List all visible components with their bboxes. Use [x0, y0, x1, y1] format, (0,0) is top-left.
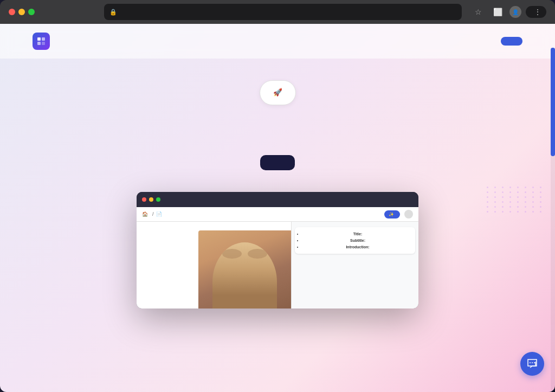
decorative-dot — [540, 211, 541, 213]
decorative-dot — [509, 206, 511, 208]
minimize-button[interactable] — [18, 9, 25, 15]
back-button[interactable] — [43, 4, 59, 20]
bookmark-icon[interactable]: ☆ — [470, 4, 486, 20]
decorative-dot — [532, 187, 534, 188]
preview-chat-bubble: Title: Subtitle: Introduction: — [295, 227, 415, 253]
decorative-dot — [517, 191, 519, 193]
decorative-dots: // Generate dot grid const dotsContainer… — [487, 187, 544, 213]
chat-bullet-3: Introduction: — [303, 245, 412, 250]
decorative-dot — [487, 187, 488, 188]
decorative-dot — [502, 187, 504, 188]
avatar-icon: 👤 — [512, 9, 519, 15]
promo-banner[interactable]: 🚀 — [260, 80, 296, 105]
decorative-dot — [540, 187, 541, 188]
svg-rect-3 — [42, 42, 45, 45]
decorative-dot — [494, 187, 496, 188]
decorative-dot — [509, 187, 511, 188]
maximize-button[interactable] — [28, 9, 35, 15]
decorative-dot — [517, 201, 519, 203]
decorative-dot — [487, 196, 488, 198]
browser-navigation — [43, 4, 95, 20]
decorative-dot — [532, 196, 534, 198]
preview-minimize-dot — [149, 197, 153, 202]
site-navigation — [0, 24, 555, 59]
svg-point-5 — [532, 362, 533, 363]
preview-header-bar: 🏠 / 📄 ✨ — [137, 207, 418, 222]
scrollbar-track — [551, 48, 555, 392]
chrome-update-banner[interactable]: ⋮ — [526, 6, 546, 18]
browser-actions: ☆ ⬜ 👤 ⋮ — [470, 4, 546, 20]
decorative-dot — [540, 206, 541, 208]
decorative-dot — [494, 206, 496, 208]
preview-breadcrumb: 🏠 / 📄 — [142, 211, 164, 217]
decorative-dot — [509, 196, 511, 198]
try-now-button[interactable] — [501, 37, 522, 46]
preview-image — [198, 230, 291, 309]
preview-body: Title: Subtitle: Introduction: — [137, 222, 418, 309]
decorative-dot — [502, 201, 504, 203]
try-free-button[interactable] — [260, 155, 295, 170]
user-profile-icon — [404, 210, 413, 219]
decorative-dot — [540, 191, 541, 193]
decorative-dot — [540, 201, 541, 203]
site-logo[interactable] — [33, 33, 54, 50]
svg-rect-2 — [37, 42, 41, 45]
preview-document — [137, 222, 292, 309]
preview-titlebar — [137, 192, 418, 207]
preview-close-dot — [142, 197, 146, 202]
chat-bullet-2: Subtitle: — [303, 238, 412, 243]
preview-file-icon: 📄 — [156, 211, 162, 217]
decorative-dot — [540, 196, 541, 198]
lock-icon: 🔒 — [109, 9, 117, 16]
website-content: 🚀 🏠 / — [0, 24, 555, 392]
decorative-dot — [494, 211, 496, 213]
scrollbar-thumb[interactable] — [551, 48, 555, 156]
close-button[interactable] — [9, 9, 15, 15]
decorative-dot — [487, 211, 488, 213]
address-bar[interactable]: 🔒 — [104, 4, 462, 20]
decorative-dot — [502, 211, 504, 213]
user-avatar[interactable]: 👤 — [509, 6, 521, 18]
decorative-dot — [525, 191, 526, 193]
hero-section: 🚀 🏠 / — [0, 59, 555, 319]
traffic-lights — [9, 9, 35, 15]
create-pres-icon: ✨ — [389, 212, 394, 217]
home-icon: 🏠 — [142, 211, 148, 217]
logo-icon — [33, 33, 50, 50]
promo-emoji: 🚀 — [273, 88, 282, 97]
decorative-dot — [494, 191, 496, 193]
decorative-dot — [517, 211, 519, 213]
login-button[interactable] — [477, 37, 494, 46]
more-options-icon: ⋮ — [534, 8, 541, 16]
decorative-dot — [487, 201, 488, 203]
decorative-dot — [494, 196, 496, 198]
svg-point-6 — [534, 362, 535, 363]
chat-bullet-list: Title: Subtitle: Introduction: — [298, 232, 412, 249]
chat-float-button[interactable] — [520, 352, 544, 376]
decorative-dot — [509, 201, 511, 203]
decorative-dot — [517, 206, 519, 208]
create-presentation-button[interactable]: ✨ — [384, 210, 400, 219]
decorative-dot — [532, 201, 534, 203]
app-preview: 🏠 / 📄 ✨ — [137, 192, 418, 309]
decorative-dot — [487, 206, 488, 208]
decorative-dot — [509, 211, 511, 213]
browser-titlebar: 🔒 ☆ ⬜ 👤 ⋮ — [0, 0, 555, 24]
extensions-icon[interactable]: ⬜ — [490, 4, 505, 20]
decorative-dot — [494, 201, 496, 203]
decorative-dot — [487, 191, 488, 193]
forward-button[interactable] — [62, 4, 77, 20]
svg-rect-1 — [42, 37, 45, 41]
decorative-dot — [525, 187, 526, 188]
decorative-dot — [502, 206, 504, 208]
nav-buttons — [477, 37, 522, 46]
chat-bullet-1: Title: — [303, 232, 412, 237]
preview-maximize-dot — [156, 197, 160, 202]
decorative-dot — [509, 191, 511, 193]
svg-point-4 — [530, 362, 531, 363]
refresh-button[interactable] — [80, 4, 95, 20]
decorative-dot — [525, 206, 526, 208]
decorative-dot — [525, 201, 526, 203]
breadcrumb-separator: / — [152, 211, 154, 217]
decorative-dot — [532, 191, 534, 193]
